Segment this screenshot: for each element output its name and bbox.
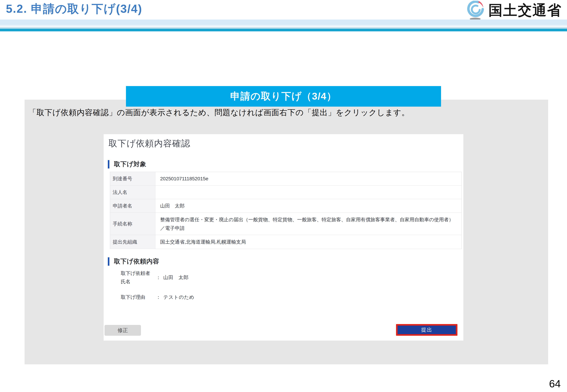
row-value: 山田 太郎 <box>155 199 462 212</box>
page-title: 5.2. 申請の取り下げ(3/4) <box>6 1 142 17</box>
target-info-table: 到達番号 20250107111852015e 法人名 申請者名 山田 太郎 手… <box>110 172 462 249</box>
instruction-text: 「取下げ依頼内容確認」の画面が表示されるため、問題なければ画面右下の「提出」をク… <box>29 107 409 118</box>
mlit-logo: 国土交通省 <box>466 1 562 20</box>
field-separator: ： <box>156 294 161 301</box>
header-band-mid <box>0 27 567 29</box>
content-panel: 「取下げ依頼内容確認」の画面が表示されるため、問題なければ画面右下の「提出」をク… <box>25 100 548 364</box>
section-bar <box>108 160 109 168</box>
row-label: 申請者名 <box>110 199 155 212</box>
slide-banner-title: 申請の取り下げ（3/4） <box>230 90 337 103</box>
screenshot-card: 取下げ依頼内容確認 取下げ対象 到達番号 20250107111852015e … <box>104 134 463 341</box>
table-row-applicant-name: 申請者名 山田 太郎 <box>110 199 462 213</box>
mlit-logo-icon <box>466 1 485 20</box>
submit-button[interactable]: 提出 <box>396 324 457 336</box>
row-label: 法人名 <box>110 185 155 199</box>
slide-banner: 申請の取り下げ（3/4） <box>126 86 441 107</box>
field-value: 山田 太郎 <box>163 274 189 281</box>
section-request-heading: 取下げ依頼内容 <box>108 257 159 266</box>
table-row-corporate-name: 法人名 <box>110 185 462 199</box>
mlit-logo-text: 国土交通省 <box>489 1 562 20</box>
section-bar <box>108 257 109 266</box>
row-value: 国土交通省,北海道運輸局,札幌運輸支局 <box>155 235 462 249</box>
page-number: 64 <box>549 378 561 390</box>
table-row-arrival-number: 到達番号 20250107111852015e <box>110 172 462 185</box>
field-requester-name: 取下げ依頼者氏名 ： 山田 太郎 <box>121 268 189 287</box>
row-value: 20250107111852015e <box>155 172 462 185</box>
table-row-submission-org: 提出先組織 国土交通省,北海道運輸局,札幌運輸支局 <box>110 235 462 249</box>
field-label: 取下げ依頼者氏名 <box>121 269 154 286</box>
table-row-procedure-name: 手続名称 整備管理者の選任・変更・廃止の届出（一般貨物、特定貨物、一般旅客、特定… <box>110 213 462 235</box>
row-label: 到達番号 <box>110 172 155 185</box>
header-band-light <box>0 19 567 25</box>
screenshot-page-title: 取下げ依頼内容確認 <box>108 138 190 149</box>
row-value: 整備管理者の選任・変更・廃止の届出（一般貨物、特定貨物、一般旅客、特定旅客、自家… <box>155 213 462 235</box>
section-target-heading: 取下げ対象 <box>108 160 146 168</box>
field-value: テストのため <box>163 294 194 301</box>
field-withdraw-reason: 取下げ理由 ： テストのため <box>121 293 194 301</box>
field-separator: ： <box>156 274 161 281</box>
row-label: 手続名称 <box>110 213 155 235</box>
header-band-cyan <box>0 29 567 31</box>
row-value <box>155 185 462 199</box>
header-band-fade <box>0 25 567 27</box>
submit-button-label: 提出 <box>421 326 432 334</box>
row-label: 提出先組織 <box>110 235 155 249</box>
fix-button[interactable]: 修正 <box>104 325 141 336</box>
field-label: 取下げ理由 <box>121 293 154 301</box>
